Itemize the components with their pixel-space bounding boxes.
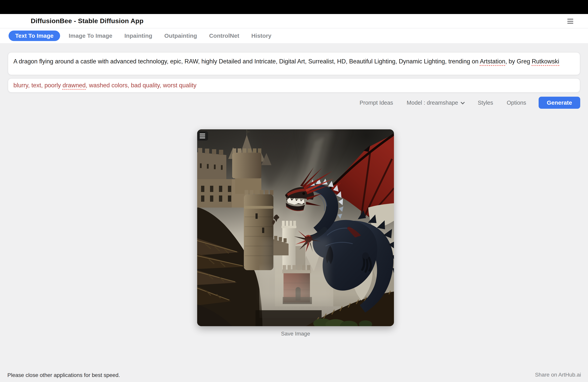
prompt-text: A dragon flying around a castle with adv…: [13, 58, 480, 65]
tab-text-to-image[interactable]: Text To Image: [9, 31, 60, 41]
prompt-text: , washed colors, bad quality, worst qual…: [86, 82, 197, 89]
hamburger-menu-icon[interactable]: [567, 19, 573, 24]
model-selector[interactable]: Model : dreamshape: [407, 100, 464, 106]
share-arthub-link[interactable]: Share on ArtHub.ai: [535, 372, 581, 378]
app-header: DiffusionBee - Stable Diffusion App: [0, 14, 588, 28]
prompt-ideas-button[interactable]: Prompt Ideas: [359, 100, 393, 106]
negative-prompt-input[interactable]: blurry, text, poorly drawned, washed col…: [8, 78, 580, 93]
save-image-button[interactable]: Save Image: [197, 331, 394, 337]
tab-controlnet[interactable]: ControlNet: [209, 32, 239, 39]
tab-bar: Text To ImageImage To ImageInpaintingOut…: [0, 28, 588, 43]
prompt-text: , by Greg: [505, 58, 532, 65]
generated-image-card: [197, 129, 394, 326]
model-label: Model : dreamshape: [407, 100, 458, 106]
misspelled-word: drawned: [63, 82, 86, 89]
chevron-down-icon: [461, 100, 465, 104]
styles-button[interactable]: Styles: [478, 100, 493, 106]
speed-hint-text: Please close other applications for best…: [7, 372, 120, 378]
generated-image: [197, 129, 394, 326]
generate-button[interactable]: Generate: [539, 97, 580, 109]
window-titlebar: [0, 0, 588, 14]
diffusionbee-app: { "app": { "title": "DiffusionBee - Stab…: [0, 0, 588, 382]
misspelled-word: Rutkowski: [532, 58, 559, 65]
prompt-text: blurry, text, poorly: [13, 82, 63, 89]
options-button[interactable]: Options: [507, 100, 526, 106]
tab-history[interactable]: History: [251, 32, 271, 39]
app-title: DiffusionBee - Stable Diffusion App: [31, 14, 144, 28]
tab-image-to-image[interactable]: Image To Image: [69, 32, 112, 39]
tab-outpainting[interactable]: Outpainting: [164, 32, 197, 39]
controls-row: Prompt Ideas Model : dreamshape Styles O…: [8, 96, 580, 109]
prompt-input[interactable]: A dragon flying around a castle with adv…: [8, 52, 580, 75]
image-menu-button[interactable]: [197, 131, 208, 141]
tab-inpainting[interactable]: Inpainting: [125, 32, 152, 39]
misspelled-word: Artstation: [480, 58, 505, 65]
